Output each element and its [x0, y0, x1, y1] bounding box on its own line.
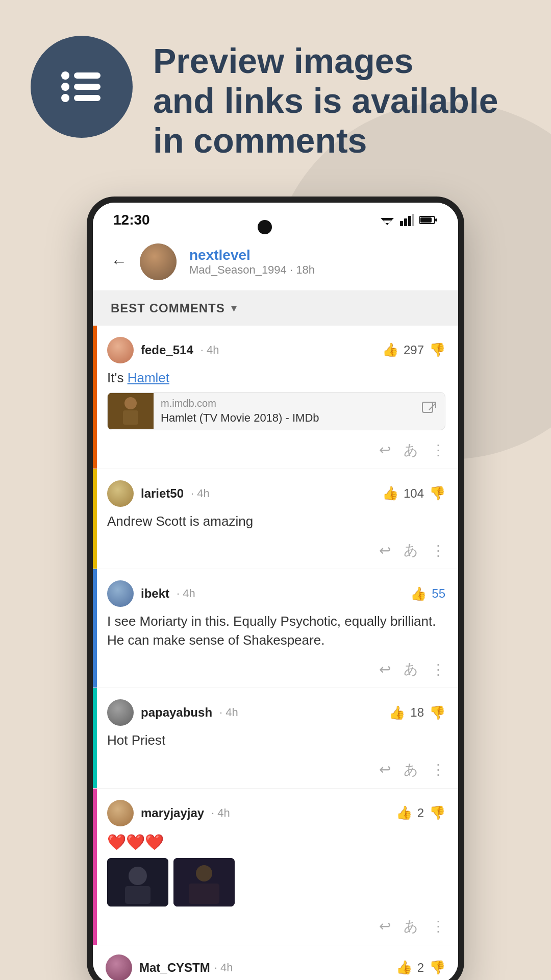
- wifi-icon: [380, 214, 395, 226]
- header-title: Preview images and links is available in…: [153, 36, 498, 161]
- comment-votes: 👍 2 👎: [396, 960, 445, 975]
- comment-header: lariet50 · 4h 👍 104 👎: [107, 480, 445, 507]
- more-icon[interactable]: ⋮: [431, 442, 445, 458]
- downvote-icon[interactable]: 👎: [429, 960, 445, 975]
- nav-sub-info: Mad_Season_1994 · 18h: [189, 263, 440, 277]
- comment-item: lariet50 · 4h 👍 104 👎 Andrew Scott is am…: [93, 469, 458, 569]
- comment-time: · 4h: [211, 806, 230, 820]
- back-button[interactable]: ←: [111, 252, 127, 271]
- comment-user-info: ibekt · 4h: [107, 580, 195, 607]
- comment-avatar: [107, 480, 134, 507]
- comment-votes: 👍 2 👎: [396, 805, 445, 821]
- image-2-svg: [173, 858, 235, 906]
- downvote-icon[interactable]: 👎: [429, 485, 445, 501]
- comment-user-info: fede_514 · 4h: [107, 337, 219, 363]
- svg-rect-5: [74, 95, 101, 101]
- battery-icon: [419, 215, 438, 225]
- comment-text: I see Moriarty in this. Equally Psychoti…: [107, 612, 445, 649]
- list-icon: [56, 61, 107, 112]
- comment-content: ibekt · 4h 👍 55 I see Moriarty in this. …: [97, 569, 458, 688]
- preview-image-svg: [108, 393, 154, 429]
- more-icon[interactable]: ⋮: [431, 661, 445, 678]
- status-bar: 12:30: [93, 203, 458, 233]
- comment-votes: 👍 104 👎: [382, 485, 445, 501]
- downvote-icon[interactable]: 👎: [429, 705, 445, 721]
- comment-username: lariet50: [141, 486, 184, 501]
- comment-avatar: [107, 337, 134, 363]
- phone-screen: 12:30: [87, 197, 464, 980]
- more-icon[interactable]: ⋮: [431, 542, 445, 559]
- reply-icon[interactable]: ↩: [379, 442, 391, 458]
- upvote-icon[interactable]: 👍: [382, 485, 398, 501]
- more-icon[interactable]: ⋮: [431, 761, 445, 778]
- link-preview-domain: m.imdb.com: [161, 398, 407, 409]
- translate-icon[interactable]: あ: [404, 440, 418, 460]
- reply-icon[interactable]: ↩: [379, 542, 391, 559]
- feature-icon-circle: [31, 36, 133, 138]
- reply-icon[interactable]: ↩: [379, 918, 391, 935]
- comment-actions: ↩ あ ⋮: [107, 654, 445, 681]
- more-icon[interactable]: ⋮: [431, 918, 445, 935]
- svg-rect-15: [435, 218, 437, 222]
- comment-image-thumb[interactable]: [107, 858, 168, 906]
- app-nav-bar: ← nextlevel Mad_Season_1994 · 18h: [93, 233, 458, 291]
- comment-bar: [93, 688, 97, 788]
- upvote-icon[interactable]: 👍: [382, 342, 398, 358]
- nav-avatar: [140, 243, 177, 280]
- reply-icon[interactable]: ↩: [379, 661, 391, 678]
- upvote-icon[interactable]: 👍: [396, 960, 412, 975]
- comment-username: fede_514: [141, 343, 193, 357]
- best-comments-label: BEST COMMENTS: [111, 301, 225, 315]
- svg-point-4: [61, 94, 69, 102]
- translate-icon[interactable]: あ: [404, 541, 418, 560]
- svg-rect-12: [412, 214, 414, 226]
- svg-point-0: [61, 71, 69, 80]
- link-preview[interactable]: m.imdb.com Hamlet (TV Movie 2018) - IMDb: [107, 392, 445, 430]
- comment-item: papayabush · 4h 👍 18 👎 Hot Priest ↩ あ: [93, 688, 458, 788]
- status-time: 12:30: [113, 212, 150, 228]
- svg-rect-25: [189, 884, 219, 904]
- translate-icon[interactable]: あ: [404, 659, 418, 679]
- upvote-icon[interactable]: 👍: [396, 805, 412, 821]
- comment-bar: [93, 326, 97, 469]
- upvote-icon[interactable]: 👍: [410, 586, 427, 602]
- svg-point-17: [124, 397, 137, 409]
- phone-mockup: 12:30: [0, 197, 551, 980]
- svg-point-24: [196, 865, 212, 881]
- best-comments-bar[interactable]: BEST COMMENTS ▾: [93, 291, 458, 326]
- svg-rect-18: [123, 410, 138, 425]
- translate-icon[interactable]: あ: [404, 760, 418, 779]
- comment-content: lariet50 · 4h 👍 104 👎 Andrew Scott is am…: [97, 469, 458, 569]
- comment-actions: ↩ あ ⋮: [107, 435, 445, 462]
- downvote-icon[interactable]: 👎: [429, 342, 445, 358]
- comment-text: Andrew Scott is amazing: [107, 512, 445, 530]
- link-preview-text: m.imdb.com Hamlet (TV Movie 2018) - IMDb: [154, 393, 414, 430]
- comment-avatar: [107, 800, 134, 826]
- svg-rect-9: [400, 221, 403, 226]
- camera-dot: [258, 220, 272, 234]
- comment-avatar: [107, 580, 134, 607]
- comment-votes: 👍 55: [410, 586, 445, 602]
- comment-time: · 4h: [214, 961, 233, 974]
- downvote-icon[interactable]: 👎: [429, 805, 445, 821]
- svg-point-2: [61, 83, 69, 91]
- comment-header: ibekt · 4h 👍 55: [107, 580, 445, 607]
- hamlet-link[interactable]: Hamlet: [128, 370, 169, 385]
- svg-rect-14: [420, 217, 432, 223]
- comment-text: It's Hamlet: [107, 369, 445, 387]
- comment-time: · 4h: [191, 487, 210, 500]
- status-icons: [380, 214, 438, 226]
- comment-image-thumb[interactable]: [173, 858, 235, 906]
- upvote-icon[interactable]: 👍: [389, 705, 405, 721]
- comment-username: maryjayjay: [141, 806, 204, 820]
- external-link-icon[interactable]: [414, 401, 445, 421]
- link-preview-title: Hamlet (TV Movie 2018) - IMDb: [161, 411, 407, 425]
- comment-avatar: [106, 954, 132, 980]
- svg-rect-10: [404, 218, 407, 226]
- comment-time: · 4h: [177, 587, 195, 600]
- translate-icon[interactable]: あ: [404, 917, 418, 936]
- comment-item: fede_514 · 4h 👍 297 👎 It's Hamlet: [93, 326, 458, 469]
- reply-icon[interactable]: ↩: [379, 761, 391, 778]
- comment-item: maryjayjay · 4h 👍 2 👎 ❤️❤️❤️: [93, 789, 458, 945]
- comment-content: papayabush · 4h 👍 18 👎 Hot Priest ↩ あ: [97, 688, 458, 788]
